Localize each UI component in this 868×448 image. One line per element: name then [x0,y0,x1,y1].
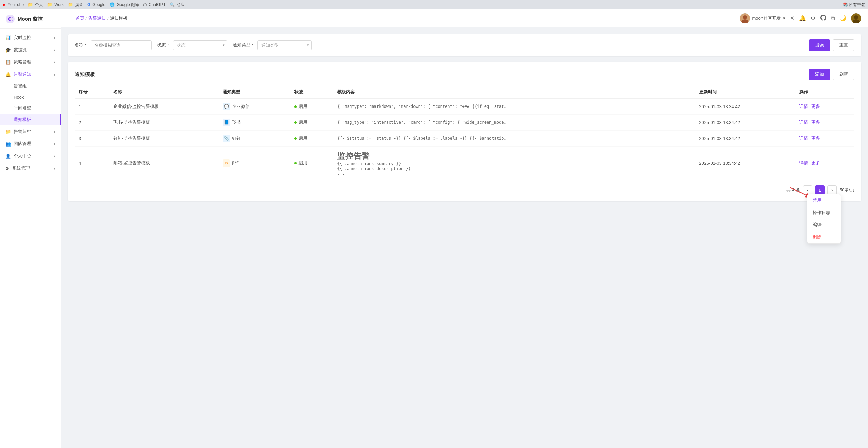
sidebar: Moon 监控 📊 实时监控 ▾ 🎓 数据源 ▾ [0,9,61,448]
chevron-down-icon: ▾ [54,60,55,64]
header: ≡ 首页 / 告警通知 / 通知模板 [61,9,868,27]
cell-name-1: 企业微信-监控告警模板 [109,99,218,115]
user-menu[interactable]: moon社区开发 ▾ [740,13,785,23]
github-icon[interactable] [820,15,826,22]
strategy-icon: 📋 [5,60,11,65]
dropdown-edit[interactable]: 编辑 [807,219,841,231]
sidebar-sub-item-hook[interactable]: Hook [0,92,61,102]
chevron-down-icon: ▾ [54,154,55,158]
col-name: 名称 [109,85,218,99]
dropdown-operation-log[interactable]: 操作日志 [807,207,841,219]
cell-content-4: 监控告警 {{ .annotations.summary }} {{ .anno… [333,147,695,180]
name-input[interactable] [91,40,152,50]
cell-type-2: 📘 飞书 [218,115,290,131]
browser-bar: ▶ YouTube 📁 个人 📁 Work 📁 摸鱼 G Google 🌐 Go… [0,0,868,9]
sidebar-item-realtime[interactable]: 📊 实时监控 ▾ [0,32,61,44]
next-page-button[interactable]: › [827,185,837,195]
moon-logo-icon [5,14,15,24]
cell-status-2: 启用 [290,115,333,131]
bookmarks-label: 📚 所有书签 [843,2,865,8]
detail-link-3[interactable]: 详情 [799,135,808,141]
row-actions-dropdown: 禁用 操作日志 编辑 删除 [807,194,841,244]
cell-id-4: 4 [75,147,109,180]
logo-text: Moon 监控 [18,16,43,22]
browser-tab-work[interactable]: 📁 Work [47,2,64,7]
breadcrumb-current: 通知模板 [110,15,128,21]
sidebar-item-team[interactable]: 👥 团队管理 ▾ [0,138,61,150]
browser-tab-personal[interactable]: 📁 个人 [28,2,43,8]
cell-name-4: 邮箱-监控告警模板 [109,147,218,180]
cell-id-1: 1 [75,99,109,115]
hamburger-icon[interactable]: ≡ [68,15,72,22]
sidebar-item-datasource[interactable]: 🎓 数据源 ▾ [0,44,61,56]
table-title: 通知模板 [75,71,95,78]
sidebar-item-personal[interactable]: 👤 个人中心 ▾ [0,150,61,162]
pagination: 共 4 条 ‹ 1 › 50条/页 [75,185,854,195]
table-header: 通知模板 添加 刷新 [75,69,854,80]
refresh-button[interactable]: 刷新 [833,69,854,80]
detail-link-1[interactable]: 详情 [799,103,808,110]
browser-tab-google[interactable]: G Google [87,2,105,7]
browser-tab-chatgpt[interactable]: ⬡ ChatGPT [143,2,166,7]
browser-tab-translate[interactable]: 🌐 Google 翻译 [110,2,139,8]
col-content: 模板内容 [333,85,695,99]
layers-icon[interactable]: ⧉ [831,15,835,21]
sidebar-item-alert[interactable]: 🔔 告警通知 ▴ [0,68,61,80]
dropdown-delete[interactable]: 删除 [807,231,841,243]
chevron-down-icon: ▾ [54,142,55,146]
notify-type-icon-4: ✉ [223,159,230,167]
notify-type-icon-2: 📘 [223,119,230,126]
sidebar-sub-item-notify-template[interactable]: 通知模板 [0,114,61,125]
sidebar-logo: Moon 监控 [0,9,61,29]
breadcrumb-home[interactable]: 首页 [76,15,84,21]
add-button[interactable]: 添加 [809,69,830,80]
close-icon[interactable]: ✕ [790,15,794,21]
browser-tab-bing[interactable]: 🔍 必应 [170,2,185,8]
page-1-button[interactable]: 1 [815,185,825,195]
notify-type-select[interactable]: 通知类型 企业微信 飞书 钉钉 邮件 [257,40,312,50]
svg-point-5 [854,15,858,19]
bell-icon[interactable]: 🔔 [799,15,806,21]
detail-link-4[interactable]: 详情 [799,160,808,166]
status-select[interactable]: 状态 启用 禁用 [173,40,227,50]
browser-tab-youtube[interactable]: ▶ YouTube [3,2,24,7]
avatar [740,13,750,23]
folder-icon-moyu: 📁 [68,2,73,7]
table-actions: 添加 刷新 [809,69,854,80]
chevron-down-icon: ▾ [54,130,55,134]
detail-link-2[interactable]: 详情 [799,119,808,125]
name-search-field: 名称： [75,40,152,50]
browser-tab-moyu[interactable]: 📁 摸鱼 [68,2,83,8]
datasource-icon: 🎓 [5,47,11,53]
breadcrumb-alert[interactable]: 告警通知 [88,15,106,21]
chevron-down-icon: ▾ [54,167,55,170]
more-link-1[interactable]: 更多 [811,103,820,110]
sidebar-sub-item-alarm-group[interactable]: 告警组 [0,80,61,92]
notify-type-icon-1: 💬 [223,103,230,110]
alert-bell-icon: 🔔 [5,72,11,77]
notify-type-select-wrapper: 通知类型 企业微信 飞书 钉钉 邮件 [257,40,312,50]
col-status: 状态 [290,85,333,99]
prev-page-button[interactable]: ‹ [803,185,812,195]
gear-icon[interactable]: ⚙ [811,15,815,21]
name-label: 名称： [75,42,88,48]
search-button[interactable]: 搜索 [809,39,830,51]
dropdown-disable[interactable]: 禁用 [807,194,841,207]
moon-icon[interactable]: 🌙 [840,15,846,21]
sidebar-sub-item-time-trigger[interactable]: 时间引擎 [0,102,61,114]
more-link-3[interactable]: 更多 [811,135,820,141]
sidebar-item-system[interactable]: ⚙ 系统管理 ▾ [0,162,61,174]
more-link-2[interactable]: 更多 [811,119,820,125]
page-size-label: 50条/页 [840,187,854,193]
bing-icon: 🔍 [170,2,175,7]
sidebar-item-strategy[interactable]: 📋 策略管理 ▾ [0,56,61,68]
cell-updated-2: 2025-01-03 13:34:42 [695,115,795,131]
sidebar-item-archive[interactable]: 📁 告警归档 ▾ [0,125,61,138]
youtube-icon: ▶ [3,2,6,7]
table-row: 3 钉钉-监控告警模板 📎 钉钉 启用 {{- $status := .stat… [75,131,854,147]
notify-type-label: 通知类型： [233,42,255,48]
col-notify-type: 通知类型 [218,85,290,99]
user-avatar-right[interactable] [851,13,861,23]
reset-button[interactable]: 重置 [833,39,854,51]
more-link-4[interactable]: 更多 [811,160,820,166]
